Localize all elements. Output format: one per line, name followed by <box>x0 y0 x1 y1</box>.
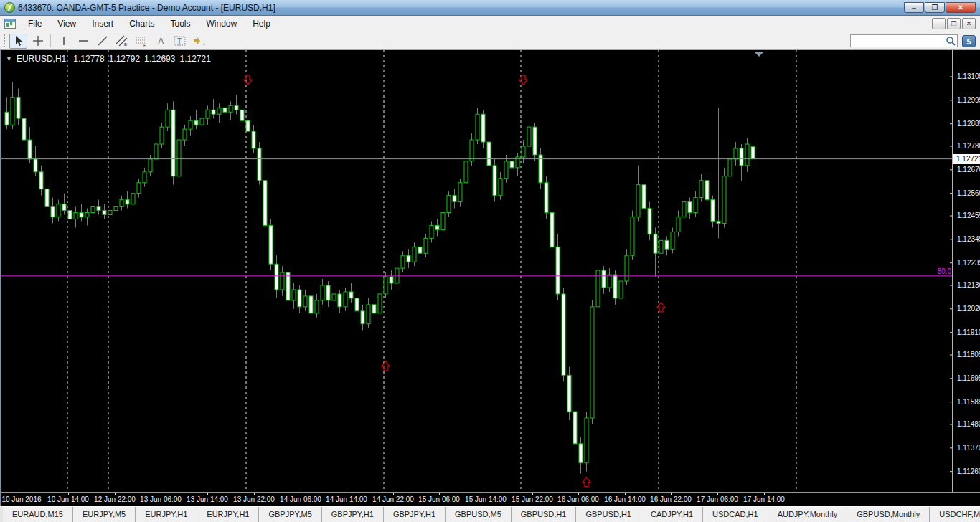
search-icon[interactable] <box>946 36 956 46</box>
time-tick-mark <box>161 493 161 495</box>
candle <box>734 142 738 166</box>
menu-tools[interactable]: Tools <box>163 16 199 31</box>
restore-button[interactable]: ❐ <box>925 2 945 13</box>
chart-tab-eurjpy-m5[interactable]: EURJPY,M5 <box>73 507 136 522</box>
search-input[interactable] <box>852 36 946 46</box>
candle <box>722 168 726 228</box>
candle-body-bear <box>258 148 261 181</box>
svg-text:A: A <box>158 36 164 47</box>
candle <box>447 191 451 217</box>
candle-body-bull <box>189 120 192 129</box>
candle <box>189 116 192 136</box>
chart-tab-gbpjpy-h1[interactable]: GBPJPY,H1 <box>322 507 384 522</box>
tool-crosshair[interactable] <box>29 34 47 49</box>
candle-body-bear <box>252 131 255 148</box>
tool-text[interactable]: A <box>151 34 169 49</box>
candle <box>258 142 261 185</box>
time-tick-mark <box>439 493 440 495</box>
candle-body-bull <box>625 255 628 281</box>
candle <box>85 209 89 226</box>
mdi-minimize-button[interactable]: – <box>932 18 946 29</box>
candle-body-bear <box>235 105 238 110</box>
mdi-close-button[interactable]: ✕ <box>962 18 976 29</box>
chart-tab-euraud-m15[interactable]: EURAUD,M15 <box>0 507 73 522</box>
candle <box>499 172 502 200</box>
candle <box>349 283 353 303</box>
candle-body-bear <box>711 200 715 222</box>
candle <box>424 234 428 257</box>
candle <box>344 288 347 311</box>
menu-file[interactable]: File <box>20 16 50 31</box>
menu-view[interactable]: View <box>50 16 84 31</box>
candle-body-bear <box>550 213 554 247</box>
chart-canvas[interactable] <box>1 50 980 492</box>
candle-body-bear <box>34 159 37 172</box>
candle-body-bull <box>143 172 146 183</box>
chart-tab-eurjpy-h1[interactable]: EURJPY,H1 <box>197 507 259 522</box>
chart-tab-gbpusd-m5[interactable]: GBPUSD,M5 <box>446 507 512 522</box>
tool-trendline[interactable] <box>93 34 111 49</box>
menu-help[interactable]: Help <box>245 16 278 31</box>
candle <box>516 153 519 176</box>
time-axis[interactable]: 10 Jun 201610 Jun 14:0012 Jun 22:0013 Ju… <box>0 492 980 506</box>
tool-horizontal-line[interactable] <box>74 34 92 49</box>
candle <box>177 136 181 181</box>
chart-tab-gbpusd-h1[interactable]: GBPUSD,H1 <box>576 507 641 522</box>
candle-body-bull <box>315 300 319 313</box>
chart-shift-marker-icon[interactable] <box>754 52 764 57</box>
candle <box>372 296 376 318</box>
candle-body-bear <box>338 294 341 307</box>
price-tick-label: 1.12020 <box>957 305 980 313</box>
mt4-window: 6433670: OANDA-GMT-5 Practice - Demo Acc… <box>0 0 980 522</box>
mdi-restore-button[interactable]: ❐ <box>947 18 961 29</box>
candle <box>367 298 370 328</box>
candle-body-bear <box>275 264 278 290</box>
candle <box>493 159 496 202</box>
chart-window-icon[interactable] <box>4 19 16 29</box>
candle-body-bull <box>682 202 686 217</box>
menu-charts[interactable]: Charts <box>121 16 162 31</box>
close-button[interactable]: ✕ <box>946 2 976 13</box>
candle <box>309 292 313 320</box>
chart-tab-eurjpy-h1[interactable]: EURJPY,H1 <box>136 507 197 522</box>
candle <box>470 133 473 166</box>
menu-window[interactable]: Window <box>199 16 245 31</box>
chart-tab-gbpjpy-h1[interactable]: GBPJPY,H1 <box>384 507 446 522</box>
candle <box>183 125 187 146</box>
candle <box>642 183 646 215</box>
candle-body-bear <box>510 161 514 168</box>
chart-tab-cadjpy-h1[interactable]: CADJPY,H1 <box>641 507 703 522</box>
time-tick-mark <box>671 493 672 495</box>
signal-arrow-up-icon <box>382 361 390 371</box>
chart-tab-gbpusd-h1[interactable]: GBPUSD,H1 <box>512 507 577 522</box>
ohlc-close: 1.12721 <box>179 54 210 64</box>
chart-tab-audjpy-monthly[interactable]: AUDJPY,Monthly <box>768 507 848 522</box>
notifications-badge[interactable]: 5 <box>962 35 976 47</box>
title-bar: 6433670: OANDA-GMT-5 Practice - Demo Acc… <box>0 0 980 16</box>
window-title: 6433670: OANDA-GMT-5 Practice - Demo Acc… <box>18 3 904 13</box>
candle <box>120 196 123 211</box>
chart-tab-usdcad-h1[interactable]: USDCAD,H1 <box>703 507 768 522</box>
tool-cursor[interactable] <box>9 34 27 49</box>
chart-tab-usdchf-m5[interactable]: USDCHF,M5 <box>930 507 980 522</box>
tool-fibonacci-retracement[interactable]: F <box>132 34 150 49</box>
candle <box>430 221 433 242</box>
menu-insert[interactable]: Insert <box>84 16 121 31</box>
tool-text-label[interactable]: T <box>171 34 189 49</box>
candle <box>487 136 491 172</box>
chart-tab-gbpjpy-m5[interactable]: GBPJPY,M5 <box>259 507 321 522</box>
tool-arrows[interactable] <box>190 34 208 49</box>
tool-vertical-line[interactable] <box>55 34 72 49</box>
candle <box>149 155 152 176</box>
toolbar-grip[interactable] <box>4 34 6 47</box>
candle-body-bull <box>499 179 502 196</box>
minimize-button[interactable]: – <box>904 2 924 13</box>
candle-body-bull <box>734 148 738 159</box>
price-axis[interactable]: 1.12721 1.131051.129951.128851.127801.12… <box>952 50 980 492</box>
candle <box>103 204 106 219</box>
chart-collapse-icon[interactable]: ▼ <box>6 55 12 62</box>
price-tick-label: 1.11910 <box>957 328 980 336</box>
tool-equidistant-channel[interactable]: E <box>113 34 131 49</box>
price-tick-label: 1.11370 <box>957 444 980 452</box>
chart-tab-gbpusd-monthly[interactable]: GBPUSD,Monthly <box>847 507 930 522</box>
